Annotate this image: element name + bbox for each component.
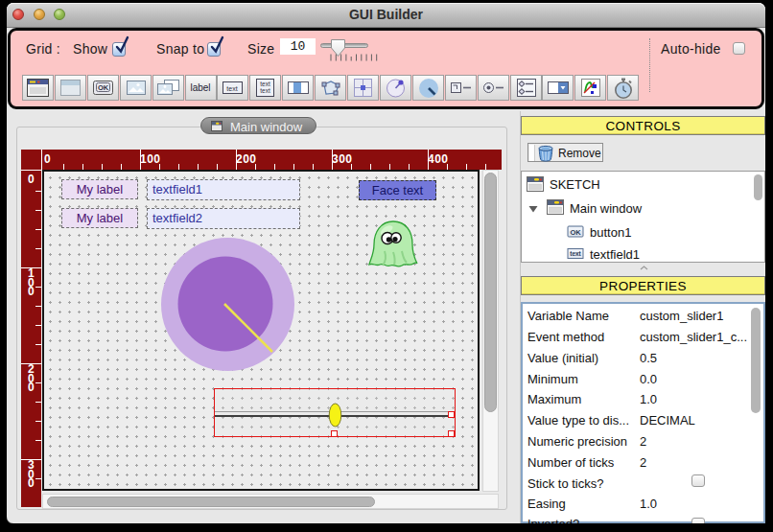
svg-text:text: text: [226, 85, 237, 92]
svg-text:text: text: [260, 81, 270, 87]
svg-text:text: text: [570, 250, 581, 257]
svg-text:label: label: [190, 82, 210, 93]
svg-text:OK: OK: [98, 83, 109, 92]
svg-text:OK: OK: [570, 228, 581, 237]
svg-text:text: text: [260, 87, 270, 94]
